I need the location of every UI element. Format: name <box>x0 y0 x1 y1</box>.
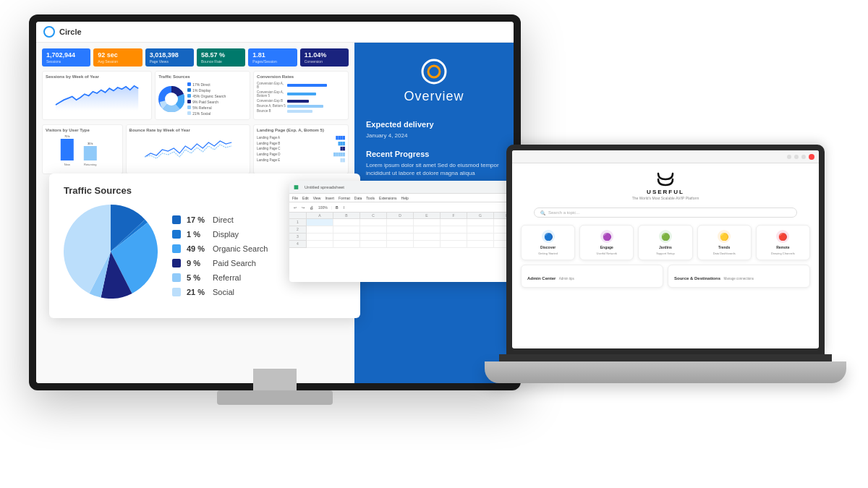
userful-tagline: The World's Most Scalable AV/IP Platform <box>632 196 699 200</box>
kpi-pageviews-label: Page Views <box>150 59 169 64</box>
ss-col-a: A <box>307 213 333 219</box>
userful-card-title-discover: Discover <box>540 245 556 249</box>
ss-cell-a4[interactable] <box>307 241 333 248</box>
ss-cell-b3[interactable] <box>333 234 360 241</box>
ss-cell-e4[interactable] <box>414 241 441 248</box>
conversion-bars: Conversion Exp A, B Conversion Exp A, Bo… <box>257 82 345 113</box>
ss-cell-d2[interactable] <box>387 226 414 234</box>
ss-cell-b4[interactable] <box>333 241 360 248</box>
ss-cell-f2[interactable] <box>441 226 467 234</box>
userful-search[interactable]: 🔍 Search a topic... <box>534 207 797 218</box>
ss-cell-d3[interactable] <box>387 234 414 241</box>
ss-toolbar-print[interactable]: 🖨 <box>308 205 315 210</box>
ss-menu-view[interactable]: View <box>313 196 321 200</box>
ss-toolbar-italic[interactable]: I <box>342 205 346 210</box>
userful-card-sub-remote: Drawing Channels <box>771 252 795 255</box>
ss-toolbar-bold[interactable]: B <box>334 205 340 210</box>
overview-progress: Recent Progress Lorem ipsum dolor sit am… <box>366 150 502 177</box>
ss-cell-f1[interactable] <box>441 219 467 226</box>
ss-menu-extensions[interactable]: Extensions <box>379 196 396 200</box>
ss-cell-d1[interactable] <box>387 219 414 226</box>
userful-card-sub-discover: Getting Started <box>538 252 558 255</box>
ss-cell-c1[interactable] <box>360 219 387 226</box>
sessions-line-svg <box>46 82 148 111</box>
ss-col-f: F <box>441 213 467 219</box>
kpi-avgsession-value: 92 sec <box>98 51 137 59</box>
conversion-chart: Conversion Rates Conversion Exp A, B Con… <box>253 71 349 120</box>
ss-menu-file[interactable]: File <box>292 196 298 200</box>
ss-cell-b2[interactable] <box>333 226 360 234</box>
userful-card-icon-discover: 🔵 <box>542 230 555 243</box>
conversion-label: Conversion Rates <box>257 74 345 79</box>
ss-menu-format[interactable]: Format <box>339 196 350 200</box>
kpi-bounce: 58.57 % Bounce Rate <box>197 48 245 67</box>
userful-card-jardins[interactable]: 🟢 Jardins Support Setup <box>638 225 692 260</box>
kpi-conversion-label: Conversion <box>305 59 323 64</box>
userful-card-icon-trends: 🟡 <box>718 230 731 243</box>
ss-toolbar-zoom[interactable]: 100% <box>317 205 329 210</box>
ss-col-b: B <box>333 213 360 219</box>
delivery-date: January 4, 2024 <box>366 132 502 140</box>
userful-app: USERFUL The World's Most Scalable AV/IP … <box>512 150 819 348</box>
laptop-screen: USERFUL The World's Most Scalable AV/IP … <box>512 150 819 348</box>
kpi-pages-value: 1.81 <box>252 51 292 59</box>
svg-text:Returning: Returning <box>84 163 96 166</box>
ts-name-paid: Paid Search <box>213 259 256 267</box>
ss-menu-help[interactable]: Help <box>401 196 409 200</box>
ss-cell-d4[interactable] <box>387 241 414 248</box>
ts-pie-svg <box>64 205 158 299</box>
overview-delivery: Expected delivery January 4, 2024 <box>366 120 502 140</box>
ss-cell-a3[interactable] <box>307 234 333 241</box>
userful-card-engage[interactable]: 🟣 Engage Userful Network <box>579 225 634 260</box>
ss-corner <box>289 213 307 219</box>
ss-cell-f4[interactable] <box>441 241 467 248</box>
ss-cell-b1[interactable] <box>333 219 360 226</box>
userful-card-remote[interactable]: 🔴 Remote Drawing Channels <box>756 225 810 260</box>
userful-card-sub-trends: Data Dashboards <box>713 252 736 255</box>
userful-card-title-jardins: Jardins <box>659 245 672 249</box>
ts-pct-organic: 49 % <box>187 244 207 253</box>
bounce-label: Bounce Rate by Week of Year <box>129 128 247 132</box>
ss-cell-a1[interactable] <box>307 219 333 226</box>
ts-name-social: Social <box>213 288 234 296</box>
ss-cell-e1[interactable] <box>414 219 441 226</box>
userful-card-admin[interactable]: Admin Center Admin tips <box>521 265 663 288</box>
userful-card-title-engage: Engage <box>600 245 613 249</box>
ss-cell-e2[interactable] <box>414 226 441 234</box>
ss-toolbar-undo[interactable]: ↩ <box>292 205 298 210</box>
userful-search-placeholder: Search a topic... <box>548 210 579 215</box>
ss-menu-tools[interactable]: Tools <box>366 196 375 200</box>
ts-legend-item-social: 21 % Social <box>172 288 268 296</box>
ss-menu-data[interactable]: Data <box>354 196 362 200</box>
userful-card-sources[interactable]: Source & Destinations Manage connections <box>668 265 810 288</box>
userful-card-discover[interactable]: 🔵 Discover Getting Started <box>521 225 575 260</box>
ss-row-2: 2 <box>289 226 307 234</box>
ss-menu-edit[interactable]: Edit <box>302 196 309 200</box>
userful-card-trends[interactable]: 🟡 Trends Data Dashboards <box>697 225 752 260</box>
ss-cell-f3[interactable] <box>441 234 467 241</box>
svg-point-8 <box>422 60 446 83</box>
userful-brand: USERFUL <box>647 189 684 195</box>
ts-pct-social: 21 % <box>187 288 207 296</box>
userful-red-dot <box>809 154 814 160</box>
ss-menu-insert[interactable]: Insert <box>325 196 334 200</box>
ss-cell-c4[interactable] <box>360 241 387 248</box>
ss-cell-e3[interactable] <box>414 234 441 241</box>
userful-card-icon-engage: 🟣 <box>600 230 613 243</box>
ts-color-organic <box>172 244 181 253</box>
monitor-stand-base <box>217 390 333 405</box>
ss-cell-c3[interactable] <box>360 234 387 241</box>
userful-dot-3 <box>801 155 806 159</box>
ts-color-referral <box>172 273 181 282</box>
kpi-bounce-label: Bounce Rate <box>201 59 222 64</box>
userful-cards-grid: 🔵 Discover Getting Started 🟣 Engage User… <box>512 221 819 265</box>
progress-text: Lorem ipsum dolor sit amet Sed do eiusmo… <box>366 161 502 177</box>
kpi-sessions-value: 1,702,944 <box>46 51 86 59</box>
ss-cell-a2[interactable] <box>307 226 333 234</box>
ss-toolbar-redo[interactable]: ↪ <box>300 205 306 210</box>
svg-rect-2 <box>61 139 74 160</box>
overview-circle-svg <box>420 57 448 86</box>
screen-topbar: Circle <box>36 22 514 43</box>
ss-cell-c2[interactable] <box>360 226 387 234</box>
userful-card-icon-remote: 🔴 <box>776 230 789 243</box>
